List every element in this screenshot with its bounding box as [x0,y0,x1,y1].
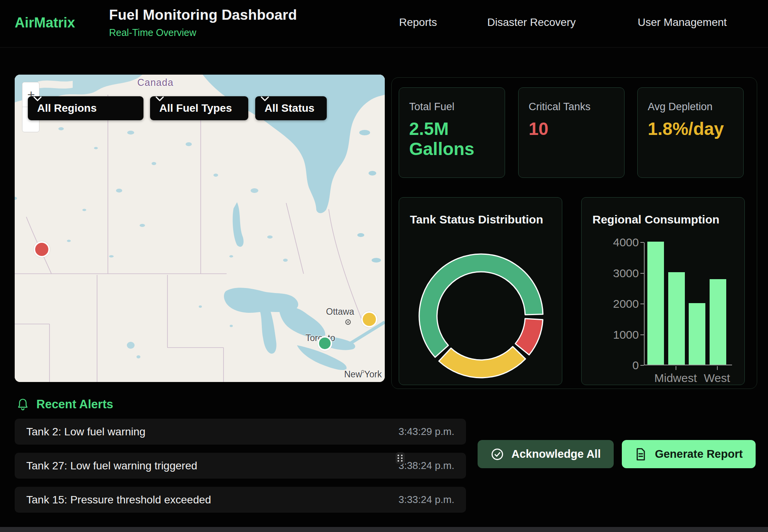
recent-alerts-header: Recent Alerts [17,397,113,411]
bar-series-3 [689,303,705,365]
app-header: AirMatrix Fuel Monitoring Dashboard Real… [0,0,768,48]
donut-segment [439,346,526,378]
stat-label: Total Fuel [409,101,495,113]
bar-Midwest [668,272,685,365]
alert-time: 3:33:24 p.m. [398,494,454,506]
stat-label: Critical Tanks [529,101,614,113]
stat-value: 2.5M Gallons [409,119,495,159]
generate-report-button[interactable]: Generate Report [622,440,756,468]
bar-series-1 [647,242,664,365]
tank-status-chart-card: Tank Status Distribution [399,197,562,385]
alerts-title: Recent Alerts [36,397,113,411]
check-circle-icon [491,448,504,461]
y-axis-tick [640,304,644,304]
regional-consumption-chart-card: Regional Consumption MidwestWest01000200… [581,197,745,385]
alert-text: Tank 27: Low fuel warning triggered [26,460,197,472]
map-label-ottawa: Ottawa [326,307,354,317]
document-icon [635,448,647,461]
map-marker-normal[interactable] [317,336,332,351]
stat-value: 10 [529,119,614,139]
acknowledge-all-button[interactable]: Acknowledge All [478,440,614,468]
stat-value: 1.8%/day [648,119,733,139]
status-filter-value: All Status [265,102,314,114]
bar-West [710,279,726,365]
chart-title: Tank Status Distribution [410,213,543,226]
stat-label: Avg Depletion [648,101,733,113]
nav-item-reports[interactable]: Reports [399,16,437,29]
region-filter-value: All Regions [37,102,97,114]
stat-card-total-fuel: Total Fuel 2.5M Gallons [399,87,505,178]
status-filter-dropdown[interactable]: All Status [255,96,327,120]
nav-item-disaster-recovery[interactable]: Disaster Recovery [487,16,576,29]
y-axis-tick [640,242,644,243]
bell-icon [17,398,29,411]
stat-card-avg-depletion: Avg Depletion 1.8%/day [637,87,744,178]
map-label-canada: Canada [137,77,174,88]
title-block: Fuel Monitoring Dashboard Real-Time Over… [109,7,297,38]
y-axis-tick [640,273,644,274]
generate-report-label: Generate Report [655,448,742,460]
y-axis-label: 4000 [585,236,639,249]
regional-consumption-bar-chart [644,242,732,365]
alert-text: Tank 15: Pressure threshold exceeded [26,494,211,506]
map-marker-warning[interactable] [361,311,377,327]
alert-time: 3:38:24 p.m. [398,460,454,472]
stat-card-critical-tanks: Critical Tanks 10 [518,87,625,178]
dashboard-right-panel: Total Fuel 2.5M Gallons Critical Tanks 1… [391,77,757,389]
window-bottom-scrollbar[interactable] [0,527,768,532]
x-axis-tick [717,366,718,370]
y-axis-tick [640,334,644,335]
map-panel[interactable]: Canada Ottawa Toronto New York + All Reg… [15,75,385,382]
x-axis-tick [676,366,676,370]
fuel-type-filter-value: All Fuel Types [159,102,232,114]
nav-item-user-management[interactable]: User Management [638,16,727,29]
alert-text: Tank 2: Low fuel warning [26,426,145,438]
map-resize-handle[interactable] [396,452,405,464]
region-filter-dropdown[interactable]: All Regions [28,96,143,120]
alert-row[interactable]: Tank 2: Low fuel warning 3:43:29 p.m. [15,419,466,445]
chevron-down-icon [261,96,269,102]
map-marker-critical[interactable] [34,241,50,257]
page-subtitle: Real-Time Overview [109,27,297,38]
x-axis-label: West [686,372,748,385]
map-label-new-york: New York [344,369,382,380]
y-axis-label: 0 [585,359,639,372]
y-axis-label: 1000 [585,328,639,341]
chevron-down-icon [33,96,42,102]
fuel-type-filter-dropdown[interactable]: All Fuel Types [150,96,248,120]
y-axis-label: 3000 [585,267,639,280]
brand-logo: AirMatrix [15,15,75,31]
acknowledge-all-label: Acknowledge All [512,448,601,460]
donut-segment [515,319,543,355]
alert-row[interactable]: Tank 15: Pressure threshold exceeded 3:3… [15,487,466,513]
chevron-down-icon [155,96,164,102]
alert-time: 3:43:29 p.m. [398,426,454,438]
y-axis-tick [640,365,644,366]
y-axis-label: 2000 [585,297,639,310]
page-title: Fuel Monitoring Dashboard [109,7,297,23]
